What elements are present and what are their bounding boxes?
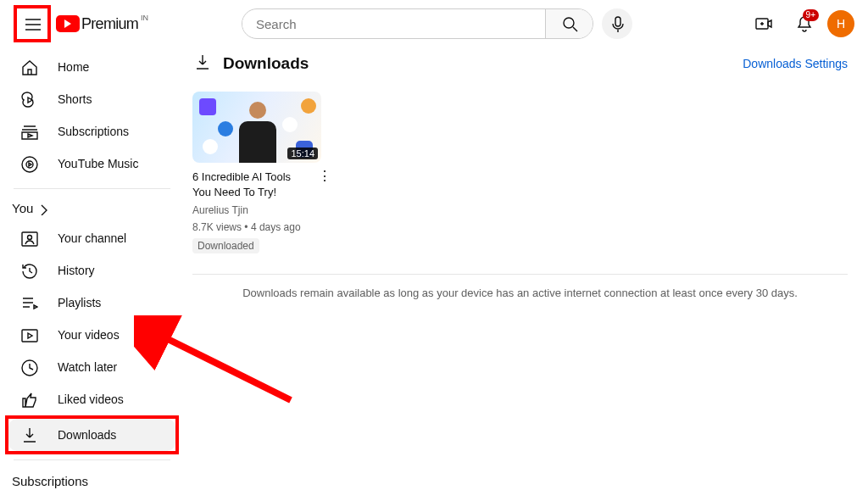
video-duration: 15:14	[287, 148, 318, 159]
svg-point-0	[564, 18, 574, 28]
history-icon	[19, 261, 38, 280]
sidebar-item-label: YouTube Music	[58, 157, 138, 170]
mic-icon	[608, 14, 626, 33]
download-icon	[192, 53, 211, 75]
svg-point-6	[28, 236, 32, 240]
sidebar-item-shorts[interactable]: Shorts	[8, 83, 175, 115]
downloaded-badge: Downloaded	[192, 238, 259, 253]
sidebar-divider	[14, 188, 170, 189]
voice-search-button[interactable]	[602, 8, 632, 39]
sidebar-item-channel[interactable]: Your channel	[8, 222, 175, 254]
sidebar-item-label: Your videos	[58, 328, 120, 342]
youtube-play-icon	[56, 15, 80, 32]
video-channel[interactable]: Aurelius Tjin	[192, 204, 333, 216]
sidebar-item-label: Liked videos	[58, 393, 124, 406]
sidebar-item-history[interactable]: History	[8, 254, 175, 287]
video-card[interactable]: 15:14 6 Incredible AI Tools You Need To …	[192, 92, 333, 253]
sidebar-divider	[14, 459, 170, 460]
content-divider	[192, 274, 848, 275]
chevron-right-icon	[36, 202, 50, 215]
hamburger-menu-button[interactable]	[17, 7, 47, 41]
search-icon	[560, 14, 579, 33]
video-meta: 8.7K views • 4 days ago	[192, 221, 333, 233]
sidebar-item-playlists[interactable]: Playlists	[8, 287, 175, 319]
svg-rect-1	[615, 17, 620, 26]
sidebar-item-label: Downloads	[58, 428, 116, 442]
sidebar-you-header[interactable]: You	[8, 198, 175, 222]
sidebar-item-label: Home	[58, 60, 89, 74]
video-thumbnail[interactable]: 15:14	[192, 92, 321, 163]
logo-text: Premium	[81, 15, 138, 33]
sidebar-item-watchlater[interactable]: Watch later	[8, 351, 175, 383]
home-icon	[19, 58, 38, 76]
search-input[interactable]	[242, 17, 545, 31]
shorts-icon	[19, 90, 38, 109]
sidebar-item-subscriptions[interactable]: Subscriptions	[8, 115, 175, 148]
annotation-box-hamburger	[14, 5, 51, 42]
search-button[interactable]	[545, 9, 593, 38]
annotation-box-downloads: Downloads	[5, 415, 179, 454]
create-button[interactable]	[746, 7, 780, 41]
main-content: Downloads Downloads Settings 15:14 6 Inc…	[182, 47, 868, 490]
ytmusic-icon	[19, 154, 38, 173]
sidebar: HomeShortsSubscriptionsYouTube Music You…	[0, 47, 182, 490]
top-bar: Premium IN 9+ H	[0, 0, 868, 47]
download-icon	[19, 426, 38, 444]
create-icon	[754, 14, 772, 33]
notification-badge: 9+	[803, 9, 819, 21]
sidebar-item-label: Watch later	[58, 360, 117, 374]
sidebar-item-download[interactable]: Downloads	[8, 419, 175, 451]
page-title: Downloads	[223, 54, 309, 73]
sidebar-item-label: Your channel	[58, 231, 126, 245]
downloads-settings-link[interactable]: Downloads Settings	[743, 57, 848, 70]
logo[interactable]: Premium IN	[56, 15, 138, 33]
watchlater-icon	[19, 358, 38, 376]
sidebar-item-label: Subscriptions	[58, 125, 129, 138]
page-header: Downloads Downloads Settings	[192, 53, 848, 75]
channel-icon	[19, 229, 38, 248]
downloads-notice: Downloads remain available as long as yo…	[192, 287, 848, 299]
subscriptions-icon	[19, 122, 38, 141]
liked-icon	[19, 390, 38, 409]
hamburger-icon	[23, 14, 42, 33]
sidebar-subscriptions-header: Subscriptions	[8, 469, 175, 490]
video-title[interactable]: 6 Incredible AI Tools You Need To Try!	[192, 170, 316, 199]
sidebar-item-label: History	[58, 264, 95, 277]
yourvideos-icon	[19, 326, 38, 344]
sidebar-item-label: Playlists	[58, 296, 101, 309]
svg-point-3	[22, 157, 37, 172]
country-code: IN	[141, 14, 148, 22]
sidebar-item-home[interactable]: Home	[8, 51, 175, 83]
search-box	[242, 8, 593, 39]
topbar-right: 9+ H	[746, 7, 854, 41]
sidebar-item-ytmusic[interactable]: YouTube Music	[8, 148, 175, 180]
sidebar-item-liked[interactable]: Liked videos	[8, 383, 175, 415]
sidebar-item-yourvideos[interactable]: Your videos	[8, 319, 175, 351]
svg-rect-7	[22, 330, 37, 342]
video-menu-button[interactable]: ⋮	[316, 170, 333, 183]
search-region	[242, 8, 632, 39]
playlists-icon	[19, 293, 38, 312]
avatar[interactable]: H	[827, 10, 854, 37]
sidebar-item-label: Shorts	[58, 92, 92, 106]
